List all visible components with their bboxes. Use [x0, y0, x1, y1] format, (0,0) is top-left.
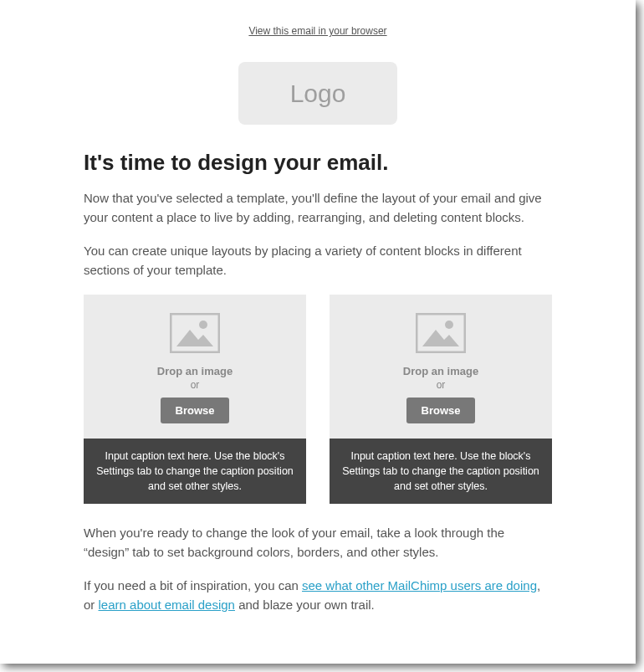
intro-paragraph-1: Now that you've selected a template, you… — [84, 189, 552, 227]
see-users-link[interactable]: see what other MailChimp users are doing — [302, 578, 537, 592]
intro-paragraph-2: You can create unique layouts by placing… — [84, 242, 552, 280]
email-body: Logo It's time to design your email. Now… — [59, 54, 577, 654]
drop-image-label: Drop an image — [338, 365, 544, 377]
view-in-browser-row: View this email in your browser — [0, 0, 636, 54]
svg-marker-5 — [422, 330, 459, 346]
image-drop-area[interactable]: Drop an image or Browse — [330, 295, 552, 439]
or-label: or — [338, 379, 544, 391]
image-placeholder-icon — [416, 313, 466, 353]
text-fragment: and blaze your own trail. — [235, 598, 375, 612]
image-drop-area[interactable]: Drop an image or Browse — [84, 295, 306, 439]
text-fragment: If you need a bit of inspiration, you ca… — [84, 578, 302, 592]
headline: It's time to design your email. — [84, 150, 552, 176]
logo-placeholder[interactable]: Logo — [238, 62, 397, 125]
drop-image-label: Drop an image — [92, 365, 298, 377]
inspiration-paragraph: If you need a bit of inspiration, you ca… — [84, 577, 552, 614]
image-placeholder-icon — [170, 313, 220, 353]
svg-rect-3 — [417, 314, 465, 352]
svg-marker-2 — [176, 330, 213, 346]
svg-point-1 — [199, 321, 207, 329]
view-in-browser-link[interactable]: View this email in your browser — [248, 25, 386, 37]
image-card: Drop an image or Browse Input caption te… — [84, 295, 306, 504]
browse-button[interactable]: Browse — [406, 398, 476, 423]
image-card: Drop an image or Browse Input caption te… — [330, 295, 552, 504]
logo-row: Logo — [84, 62, 552, 125]
email-preview-window: View this email in your browser Logo It'… — [0, 0, 636, 664]
svg-rect-0 — [171, 314, 219, 352]
image-caption[interactable]: Input caption text here. Use the block's… — [84, 439, 306, 504]
browse-button[interactable]: Browse — [161, 398, 230, 423]
or-label: or — [92, 379, 298, 391]
svg-point-4 — [445, 321, 453, 329]
image-caption[interactable]: Input caption text here. Use the block's… — [330, 439, 552, 504]
image-cards-row: Drop an image or Browse Input caption te… — [84, 295, 552, 504]
design-tab-paragraph: When you're ready to change the look of … — [84, 524, 552, 562]
learn-design-link[interactable]: learn about email design — [99, 598, 235, 612]
